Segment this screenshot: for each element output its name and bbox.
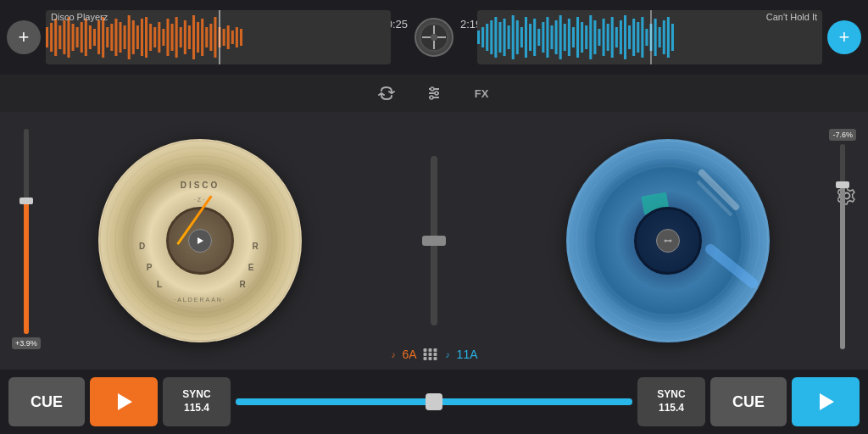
svg-rect-28 bbox=[166, 19, 169, 56]
add-track-left-button[interactable]: + bbox=[7, 20, 41, 54]
cue-button-left[interactable]: CUE bbox=[8, 377, 85, 426]
vinyl-label-left bbox=[166, 207, 234, 275]
svg-rect-81 bbox=[603, 19, 605, 56]
waveform-right[interactable]: Can't Hold It bbox=[477, 10, 822, 64]
turntable-right[interactable] bbox=[566, 139, 770, 342]
svg-text:R: R bbox=[239, 280, 246, 289]
svg-rect-96 bbox=[667, 17, 670, 58]
deck-right bbox=[468, 112, 868, 370]
svg-rect-86 bbox=[624, 15, 626, 59]
vinyl-center-play-left[interactable] bbox=[188, 229, 212, 253]
svg-text:R: R bbox=[252, 242, 259, 251]
svg-rect-53 bbox=[481, 27, 484, 47]
svg-rect-20 bbox=[132, 20, 135, 54]
svg-rect-2 bbox=[54, 19, 57, 56]
add-track-right-button[interactable]: + bbox=[827, 20, 861, 54]
svg-rect-44 bbox=[236, 27, 238, 47]
track-name-right: Can't Hold It bbox=[766, 12, 817, 22]
svg-rect-13 bbox=[102, 17, 104, 58]
vinyl-center-play-right[interactable] bbox=[656, 229, 680, 253]
svg-rect-34 bbox=[192, 15, 195, 59]
eq-button[interactable] bbox=[420, 80, 448, 107]
svg-rect-85 bbox=[620, 20, 622, 54]
svg-rect-70 bbox=[555, 20, 558, 54]
svg-rect-93 bbox=[654, 19, 657, 56]
svg-text:♪: ♪ bbox=[391, 350, 395, 359]
svg-rect-29 bbox=[171, 24, 174, 51]
cue-button-right[interactable]: CUE bbox=[710, 377, 787, 426]
svg-rect-63 bbox=[525, 17, 527, 58]
svg-point-131 bbox=[670, 240, 672, 242]
svg-marker-134 bbox=[118, 393, 132, 410]
sync-bpm-left: 115.4 bbox=[163, 402, 231, 415]
svg-rect-14 bbox=[106, 27, 108, 47]
play-button-right[interactable] bbox=[792, 377, 860, 426]
svg-rect-65 bbox=[533, 19, 536, 56]
svg-rect-87 bbox=[628, 25, 631, 49]
svg-rect-56 bbox=[494, 17, 497, 58]
svg-rect-30 bbox=[175, 17, 178, 58]
svg-rect-89 bbox=[637, 22, 639, 53]
turntable-left[interactable]: DISCO ·Z· D P L R E R ·ALDERAAN· bbox=[98, 139, 302, 342]
play-button-left[interactable] bbox=[90, 377, 158, 426]
svg-rect-61 bbox=[516, 20, 519, 54]
svg-rect-21 bbox=[136, 25, 139, 49]
vinyl-label-right bbox=[634, 207, 702, 275]
svg-rect-76 bbox=[581, 22, 583, 53]
svg-rect-22 bbox=[141, 19, 143, 56]
svg-text:P: P bbox=[147, 263, 153, 272]
svg-rect-55 bbox=[490, 20, 492, 54]
bottom-bar: CUE SYNC 115.4 SYNC 115.4 CUE bbox=[0, 370, 868, 434]
fx-button[interactable]: FX bbox=[468, 80, 495, 107]
svg-rect-16 bbox=[114, 19, 117, 56]
svg-rect-80 bbox=[598, 29, 600, 46]
svg-rect-9 bbox=[85, 19, 87, 56]
music-note-icon-right: ♪ bbox=[445, 349, 455, 359]
loop-button[interactable] bbox=[373, 80, 400, 107]
sync-label-left: SYNC bbox=[163, 388, 231, 402]
svg-text:E: E bbox=[248, 263, 254, 272]
svg-rect-72 bbox=[564, 24, 566, 51]
svg-rect-82 bbox=[607, 24, 609, 51]
music-note-icon-left: ♪ bbox=[390, 349, 400, 359]
svg-rect-84 bbox=[615, 27, 618, 47]
svg-rect-60 bbox=[512, 15, 515, 59]
svg-rect-78 bbox=[589, 15, 592, 59]
svg-text:D: D bbox=[139, 242, 146, 251]
svg-rect-33 bbox=[188, 25, 191, 49]
time-display: 0:25 2:19 bbox=[387, 18, 482, 57]
crossfader-right-fill bbox=[442, 398, 632, 405]
svg-text:L: L bbox=[157, 280, 162, 289]
pitch-slider-center[interactable] bbox=[431, 156, 437, 326]
svg-rect-27 bbox=[162, 29, 164, 46]
volume-slider-right[interactable]: -7.6% bbox=[829, 129, 856, 349]
svg-point-101 bbox=[431, 87, 434, 91]
key-left: ♪ 6A bbox=[390, 348, 416, 361]
crossfader-area bbox=[236, 398, 632, 405]
svg-line-127 bbox=[710, 249, 753, 283]
pitch-value-right: -7.6% bbox=[829, 129, 856, 141]
svg-rect-4 bbox=[63, 20, 65, 54]
svg-rect-23 bbox=[145, 17, 147, 58]
svg-marker-135 bbox=[820, 393, 834, 410]
play-icon-left bbox=[114, 392, 134, 412]
grid-view-icon[interactable] bbox=[424, 348, 438, 360]
svg-rect-26 bbox=[158, 22, 160, 53]
deck-left: DISCO ·Z· D P L R E R ·ALDERAAN· bbox=[0, 112, 400, 370]
play-icon-right bbox=[815, 392, 836, 412]
svg-rect-8 bbox=[81, 22, 83, 53]
svg-rect-41 bbox=[223, 29, 225, 46]
sync-button-right[interactable]: SYNC 115.4 bbox=[637, 377, 705, 426]
svg-point-51 bbox=[431, 34, 437, 41]
svg-rect-15 bbox=[110, 24, 113, 51]
sync-button-left[interactable]: SYNC 115.4 bbox=[163, 377, 231, 426]
svg-point-130 bbox=[665, 240, 667, 242]
svg-rect-58 bbox=[504, 19, 506, 56]
crossfader[interactable] bbox=[236, 398, 632, 405]
svg-rect-1 bbox=[50, 23, 53, 52]
svg-rect-74 bbox=[572, 27, 575, 47]
svg-rect-77 bbox=[585, 25, 587, 49]
crossfader-thumb[interactable] bbox=[426, 393, 442, 410]
waveform-left[interactable]: Disco Playerz bbox=[46, 10, 391, 64]
svg-rect-88 bbox=[632, 19, 635, 56]
